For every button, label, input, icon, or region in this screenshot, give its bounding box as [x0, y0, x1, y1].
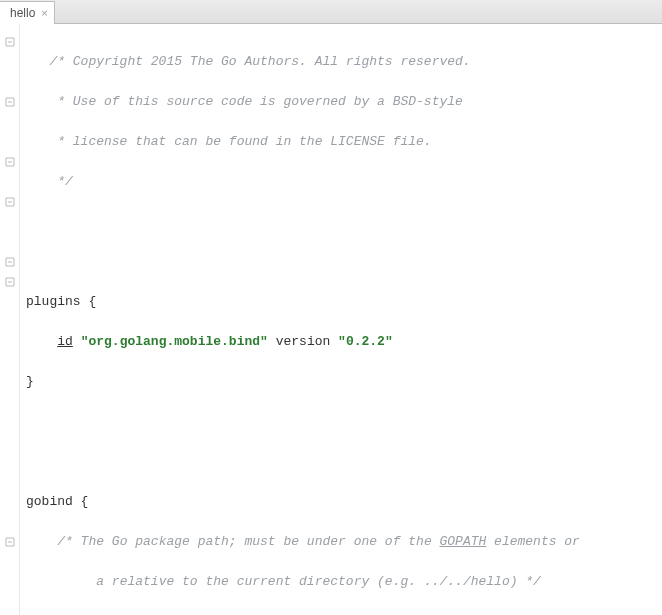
plugin-version: "0.2.2" [338, 334, 393, 349]
keyword: gobind [26, 494, 73, 509]
id-keyword: id [57, 334, 73, 349]
fold-icon[interactable] [5, 537, 15, 547]
tab-label: hello [10, 6, 35, 20]
comment: */ [49, 174, 72, 189]
fold-icon[interactable] [5, 277, 15, 287]
close-icon[interactable]: × [41, 7, 47, 19]
comment: * Use of this source code is governed by… [49, 94, 462, 109]
fold-icon[interactable] [5, 97, 15, 107]
fold-icon[interactable] [5, 257, 15, 267]
fold-icon[interactable] [5, 197, 15, 207]
gutter [0, 24, 20, 615]
tab-bar: hello × [0, 0, 662, 24]
editor: /* Copyright 2015 The Go Authors. All ri… [0, 24, 662, 615]
code-area[interactable]: /* Copyright 2015 The Go Authors. All ri… [20, 24, 662, 615]
comment: /* Copyright 2015 The Go Authors. All ri… [49, 54, 470, 69]
fold-icon[interactable] [5, 37, 15, 47]
plugin-id: "org.golang.mobile.bind" [81, 334, 268, 349]
tab-hello[interactable]: hello × [0, 1, 55, 24]
fold-icon[interactable] [5, 157, 15, 167]
keyword: plugins [26, 294, 81, 309]
comment: * license that can be found in the LICEN… [49, 134, 431, 149]
